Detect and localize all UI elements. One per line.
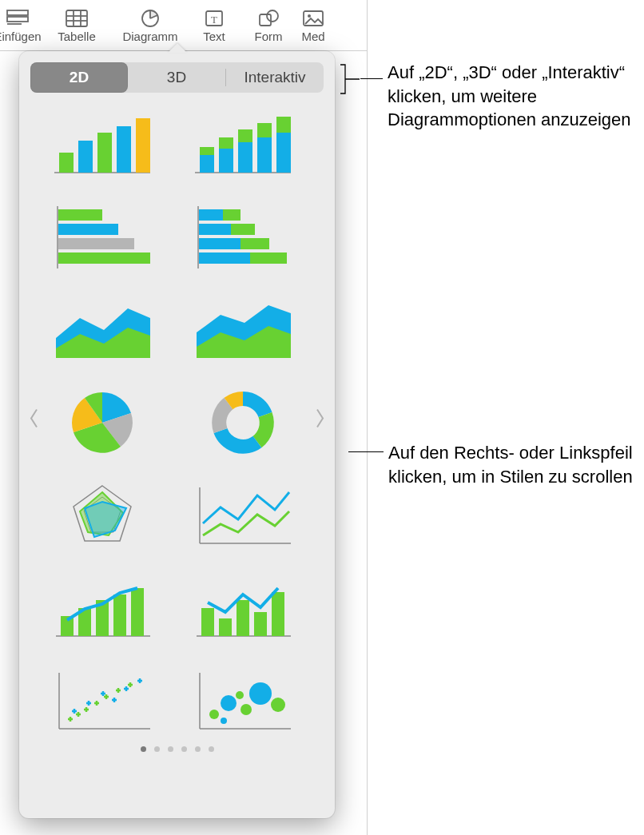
chart-donut[interactable] xyxy=(189,387,297,459)
toolbar-text[interactable]: T Text xyxy=(190,2,238,50)
table-icon xyxy=(65,8,89,29)
svg-point-76 xyxy=(236,691,244,699)
callout-arrows: Auf den Rechts- oder Linkspfeil klicken,… xyxy=(388,441,639,488)
toolbar-table[interactable]: Tabelle xyxy=(43,2,110,50)
chart-style-grid xyxy=(19,101,335,742)
svg-rect-44 xyxy=(199,238,241,249)
svg-point-71 xyxy=(221,695,237,711)
svg-rect-25 xyxy=(200,147,214,155)
tab-interactive[interactable]: Interaktiv xyxy=(226,62,324,93)
svg-rect-58 xyxy=(113,594,126,636)
tab-3d[interactable]: 3D xyxy=(128,62,225,93)
chart-bar[interactable] xyxy=(48,201,157,273)
chart-stacked-bar[interactable] xyxy=(189,201,297,273)
svg-point-72 xyxy=(241,704,252,715)
page-indicator xyxy=(19,746,335,752)
svg-rect-64 xyxy=(254,612,267,636)
page-dot[interactable] xyxy=(181,746,187,752)
svg-point-73 xyxy=(249,682,272,705)
svg-rect-31 xyxy=(257,123,272,137)
chart-type-segmented-control: 2D 3D Interaktiv xyxy=(30,62,324,93)
toolbar-label: Diagramm xyxy=(122,30,177,43)
svg-rect-24 xyxy=(200,155,214,173)
chart-line[interactable] xyxy=(189,479,297,551)
insert-icon xyxy=(6,8,30,29)
app-window: Einfügen Tabelle Diagramm T Text Form xyxy=(0,0,368,835)
svg-rect-37 xyxy=(58,238,134,249)
svg-rect-32 xyxy=(276,133,291,173)
svg-rect-45 xyxy=(241,238,269,249)
svg-rect-59 xyxy=(131,588,144,636)
toolbar-label: Tabelle xyxy=(58,30,96,43)
svg-rect-0 xyxy=(7,10,28,15)
toolbar-label: Einfügen xyxy=(0,30,42,43)
svg-rect-41 xyxy=(223,209,241,221)
chart-column[interactable] xyxy=(48,109,157,181)
svg-rect-26 xyxy=(219,149,233,173)
svg-point-75 xyxy=(221,718,227,724)
svg-rect-27 xyxy=(219,137,233,149)
svg-rect-35 xyxy=(58,209,102,221)
chart-combo-column-line[interactable] xyxy=(48,572,157,644)
svg-rect-63 xyxy=(237,600,249,636)
svg-rect-46 xyxy=(199,252,250,264)
toolbar-shape[interactable]: Form xyxy=(244,2,292,50)
chart-area[interactable] xyxy=(48,294,157,366)
chart-scatter[interactable] xyxy=(48,665,157,737)
svg-rect-3 xyxy=(66,10,87,26)
toolbar-insert[interactable]: Einfügen xyxy=(0,2,37,50)
toolbar-label: Form xyxy=(255,30,283,43)
svg-point-74 xyxy=(271,698,285,712)
chart-pie[interactable] xyxy=(48,387,157,459)
text-icon: T xyxy=(202,8,226,29)
svg-rect-18 xyxy=(59,153,74,173)
page-dot[interactable] xyxy=(195,746,201,752)
svg-rect-30 xyxy=(257,137,272,173)
media-icon xyxy=(301,8,325,29)
callout-line xyxy=(348,451,384,452)
chart-popover: 2D 3D Interaktiv xyxy=(19,51,335,818)
pie-chart-icon xyxy=(138,8,162,29)
svg-rect-29 xyxy=(238,129,252,142)
svg-rect-20 xyxy=(97,133,112,173)
callout-bracket-icon xyxy=(337,63,361,95)
page-dot[interactable] xyxy=(154,746,160,752)
svg-rect-62 xyxy=(219,618,232,636)
svg-rect-36 xyxy=(58,224,118,235)
callout-tabs: Auf „2D“, „3D“ oder „Interaktiv“ klicken… xyxy=(388,61,635,132)
svg-rect-38 xyxy=(58,252,150,264)
svg-rect-40 xyxy=(199,209,223,221)
svg-point-70 xyxy=(209,710,219,719)
chart-combo-column-line-2[interactable] xyxy=(189,572,297,644)
page-dot[interactable] xyxy=(141,746,146,752)
shape-icon xyxy=(256,8,280,29)
svg-rect-47 xyxy=(250,252,287,264)
svg-point-16 xyxy=(308,14,311,18)
svg-point-14 xyxy=(267,10,278,22)
svg-rect-33 xyxy=(276,117,291,133)
svg-rect-21 xyxy=(117,126,131,173)
chart-radar[interactable] xyxy=(48,479,157,551)
toolbar-chart[interactable]: Diagramm xyxy=(117,2,184,50)
chart-bubble[interactable] xyxy=(189,665,297,737)
svg-rect-22 xyxy=(136,118,150,173)
toolbar-label: Med xyxy=(301,30,324,43)
svg-rect-28 xyxy=(238,142,252,173)
callout-line xyxy=(360,78,383,79)
svg-rect-43 xyxy=(231,224,255,235)
svg-rect-42 xyxy=(199,224,231,235)
svg-text:T: T xyxy=(211,14,217,26)
toolbar-media[interactable]: Med xyxy=(299,2,328,50)
page-dot[interactable] xyxy=(209,746,214,752)
tab-2d[interactable]: 2D xyxy=(30,62,128,93)
svg-rect-65 xyxy=(272,592,284,636)
chart-stacked-column[interactable] xyxy=(189,109,297,181)
toolbar-label: Text xyxy=(203,30,225,43)
svg-rect-19 xyxy=(78,141,93,173)
svg-rect-1 xyxy=(7,17,28,22)
page-dot[interactable] xyxy=(168,746,173,752)
chart-stacked-area[interactable] xyxy=(189,294,297,366)
svg-rect-61 xyxy=(201,608,214,636)
